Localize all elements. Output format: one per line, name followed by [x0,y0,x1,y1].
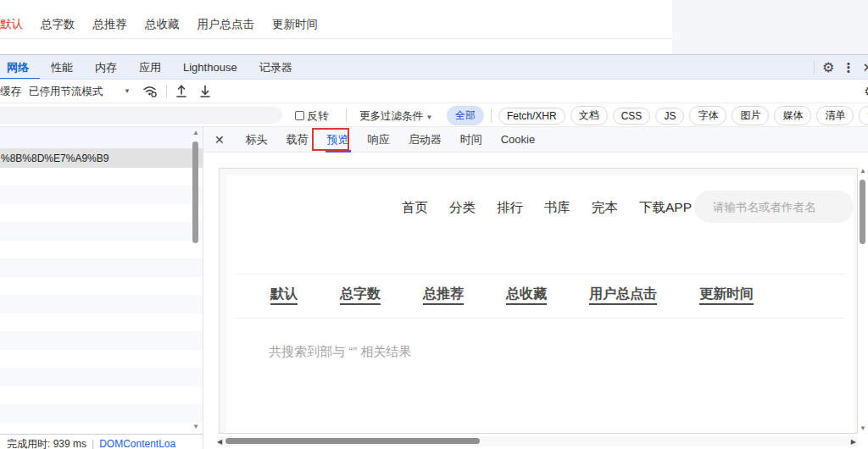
request-list-scrollbar[interactable]: ▲ ▼ [192,127,200,434]
network-conditions-icon[interactable] [142,84,159,98]
tab-memory[interactable]: 内存 [84,55,128,80]
disable-cache-label[interactable]: 缓存 [0,85,21,99]
chip-doc[interactable]: 文档 [570,106,608,125]
page-sort-tab-favorite[interactable]: 总收藏 [145,17,180,32]
book-search-input[interactable] [694,191,854,223]
nav-library-link[interactable]: 书库 [544,199,570,217]
sort-tab-default[interactable]: 默认 [270,285,298,303]
page-outside-area [672,0,868,54]
sort-tab-favorite[interactable]: 总收藏 [506,285,547,303]
filter-input[interactable] [0,107,282,124]
scroll-right-icon[interactable]: ▶ [851,438,856,446]
settings-gear-icon[interactable]: ⚙ [822,61,834,75]
network-status-bar: 完成用时: 939 ms|DOMContentLoa [0,434,203,449]
preview-horizontal-scrollbar[interactable]: ◀ ▶ [217,436,858,446]
devtools-panel: 网络 性能 内存 应用 Lighthouse 记录器 ⚙ ⋮ ✕ 缓存 已停用节… [0,54,868,449]
request-row-selected[interactable]: %8B%8D%E7%A9%B9 [0,149,203,168]
scroll-up-icon[interactable]: ▲ [192,130,199,136]
tab-headers[interactable]: 标头 [236,127,277,152]
tab-performance[interactable]: 性能 [40,55,84,80]
tab-response[interactable]: 响应 [359,127,399,152]
tab-initiator[interactable]: 启动器 [399,127,451,152]
scroll-down-icon[interactable]: ▼ [192,424,199,430]
divider [814,61,815,75]
preview-pane: 首页 分类 排行 书库 完本 下载APP 默认 [203,152,868,449]
more-options-icon[interactable]: ⋮ [842,61,854,74]
request-list-header-row [0,127,203,149]
search-result-text: 共搜索到部与 “” 相关结果 [269,344,411,360]
page-sort-tab-default[interactable]: 默认 [0,17,23,32]
divider: | [92,438,94,449]
domcontentloaded-link[interactable]: DOMContentLoa [99,438,175,449]
chip-js[interactable]: JS [655,108,684,125]
page-sort-tab-clicks[interactable]: 用户总点击 [198,17,255,32]
nav-download-app-link[interactable]: 下载APP [639,199,692,217]
nav-home-link[interactable]: 首页 [402,199,428,217]
tab-application[interactable]: 应用 [128,55,172,80]
request-detail-tabbar: ✕ 标头 载荷 预览 响应 启动器 时间 Cookie [203,127,868,152]
chip-media[interactable]: 媒体 [774,106,811,125]
sort-tab-clicks[interactable]: 用户总点击 [589,285,657,303]
page-sort-tab-recommend[interactable]: 总推荐 [93,17,128,32]
sort-tab-wordcount[interactable]: 总字数 [340,285,381,303]
sort-tab-updated[interactable]: 更新时间 [699,285,754,303]
request-list-rows [0,168,203,434]
scroll-down-icon[interactable]: ▼ [860,425,866,432]
page-sort-tab-wordcount[interactable]: 总字数 [41,17,75,32]
preview-page-body: 首页 分类 排行 书库 完本 下载APP 默认 [226,175,854,433]
close-devtools-icon[interactable]: ✕ [862,61,868,74]
chip-all[interactable]: 全部 [447,106,484,125]
scrollbar-thumb[interactable] [192,141,198,243]
network-toolbar: 缓存 已停用节流模式 ▼ ⚙ [0,80,868,103]
tab-preview[interactable]: 预览 [318,127,359,152]
throttling-dropdown-arrow-icon[interactable]: ▼ [124,87,131,95]
close-detail-icon[interactable]: ✕ [214,133,225,147]
request-type-chips: 全部 Fetch/XHR 文档 CSS JS 字体 图片 媒体 清单 套接字 W… [447,106,868,125]
scrollbar-thumb[interactable] [860,180,865,244]
preview-rendered-frame: 首页 分类 排行 书库 完本 下载APP 默认 [219,168,858,434]
tab-timing[interactable]: 时间 [451,127,492,152]
export-har-icon[interactable] [175,84,188,98]
scrollbar-thumb[interactable] [225,438,480,444]
devtools-tabbar: 网络 性能 内存 应用 Lighthouse 记录器 ⚙ ⋮ ✕ [0,55,868,80]
finish-time-text: 完成用时: 939 ms [7,438,86,449]
preview-divider-bottom [235,318,845,319]
divider [346,108,347,122]
more-filters-button[interactable]: 更多过滤条件 ▼ [359,109,432,124]
chip-manifest[interactable]: 清单 [816,106,854,125]
throttling-select[interactable]: 已停用节流模式 [29,85,103,99]
nav-completed-link[interactable]: 完本 [592,199,618,217]
import-har-icon[interactable] [198,84,212,98]
request-detail-panel: ✕ 标头 载荷 预览 响应 启动器 时间 Cookie 首页 分类 [203,127,868,449]
preview-sort-tabs: 默认 总字数 总推荐 总收藏 用户总点击 更新时间 [270,285,754,303]
scroll-left-icon[interactable]: ◀ [217,438,222,446]
invert-checkbox[interactable]: 反转 [295,109,328,124]
preview-divider-top [235,274,845,274]
invert-checkbox-box[interactable] [295,111,304,120]
nav-category-link[interactable]: 分类 [449,199,476,217]
chip-socket[interactable]: 套接字 [859,106,868,125]
sort-tab-recommend[interactable]: 总推荐 [423,285,464,303]
scroll-up-icon[interactable]: ▲ [860,168,866,175]
divider [166,85,167,98]
nav-ranking-link[interactable]: 排行 [497,199,523,217]
tab-network[interactable]: 网络 [0,55,40,80]
network-settings-gear-icon[interactable]: ⚙ [865,84,868,99]
tab-recorder[interactable]: 记录器 [248,55,303,80]
network-filter-bar: 反转 更多过滤条件 ▼ 全部 Fetch/XHR 文档 CSS JS 字体 图片… [0,103,868,127]
tab-payload[interactable]: 载荷 [277,127,318,152]
page-sort-tabs: 默认 总字数 总推荐 总收藏 用户总点击 更新时间 [0,17,318,32]
chip-css[interactable]: CSS [613,108,651,125]
chip-img[interactable]: 图片 [732,106,769,125]
chip-font[interactable]: 字体 [689,106,726,125]
background-page-top: 默认 总字数 总推荐 总收藏 用户总点击 更新时间 [0,0,868,54]
divider [491,109,492,123]
preview-vertical-scrollbar[interactable]: ▲ ▼ [859,168,867,432]
request-list-panel: %8B%8D%E7%A9%B9 ▲ ▼ 完成用时: 939 ms|DOMCont… [0,127,203,449]
page-tabs-divider [0,38,672,39]
chip-fetch-xhr[interactable]: Fetch/XHR [498,108,565,125]
preview-nav-bar: 首页 分类 排行 书库 完本 下载APP [226,191,854,223]
tab-cookies[interactable]: Cookie [492,127,544,152]
page-sort-tab-updated[interactable]: 更新时间 [272,17,318,32]
tab-lighthouse[interactable]: Lighthouse [172,55,248,80]
